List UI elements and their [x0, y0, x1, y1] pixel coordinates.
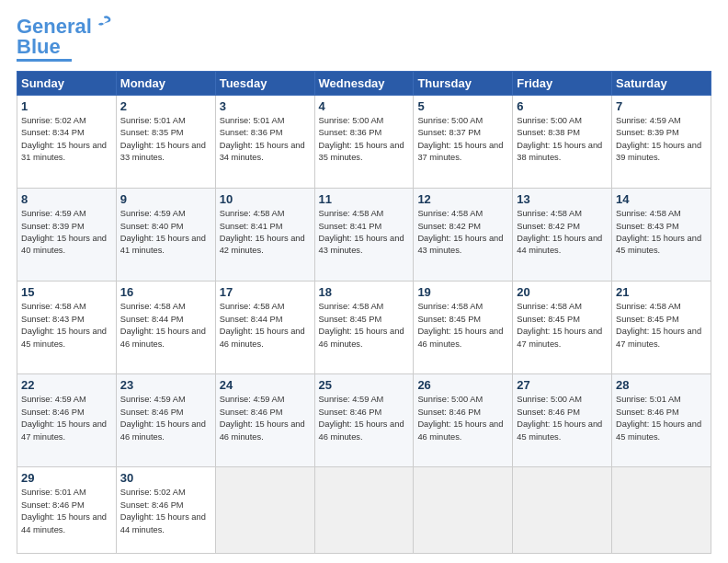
- calendar-cell: 13Sunrise: 4:58 AMSunset: 8:42 PMDayligh…: [513, 189, 612, 282]
- cell-info: Sunrise: 4:58 AMSunset: 8:45 PMDaylight:…: [417, 302, 503, 348]
- cell-info: Sunrise: 5:00 AMSunset: 8:38 PMDaylight:…: [517, 116, 602, 162]
- calendar-cell: 14Sunrise: 4:58 AMSunset: 8:43 PMDayligh…: [612, 189, 711, 282]
- day-number: 4: [319, 99, 410, 113]
- day-header-monday: Monday: [116, 72, 215, 96]
- cell-info: Sunrise: 4:58 AMSunset: 8:45 PMDaylight:…: [616, 302, 701, 348]
- calendar-cell: 6Sunrise: 5:00 AMSunset: 8:38 PMDaylight…: [513, 96, 612, 189]
- day-header-sunday: Sunday: [17, 72, 117, 96]
- cell-info: Sunrise: 4:58 AMSunset: 8:45 PMDaylight:…: [517, 302, 602, 348]
- calendar-cell: 3Sunrise: 5:01 AMSunset: 8:36 PMDaylight…: [215, 96, 314, 189]
- day-number: 1: [21, 99, 112, 113]
- day-number: 26: [417, 378, 508, 392]
- day-header-wednesday: Wednesday: [314, 72, 414, 96]
- calendar-cell: 5Sunrise: 5:00 AMSunset: 8:37 PMDaylight…: [414, 96, 513, 189]
- cell-info: Sunrise: 5:00 AMSunset: 8:46 PMDaylight:…: [417, 395, 503, 441]
- cell-info: Sunrise: 4:59 AMSunset: 8:39 PMDaylight:…: [616, 116, 701, 162]
- cell-info: Sunrise: 4:58 AMSunset: 8:42 PMDaylight:…: [417, 209, 503, 255]
- calendar-cell: 11Sunrise: 4:58 AMSunset: 8:41 PMDayligh…: [314, 189, 414, 282]
- calendar-header-row: SundayMondayTuesdayWednesdayThursdayFrid…: [17, 72, 711, 96]
- logo: General Blue: [17, 17, 114, 62]
- calendar-cell: 30Sunrise: 5:02 AMSunset: 8:46 PMDayligh…: [116, 467, 215, 554]
- day-number: 7: [616, 99, 707, 113]
- cell-info: Sunrise: 5:00 AMSunset: 8:37 PMDaylight:…: [417, 116, 503, 162]
- cell-info: Sunrise: 5:02 AMSunset: 8:34 PMDaylight:…: [21, 116, 107, 162]
- cell-info: Sunrise: 4:58 AMSunset: 8:44 PMDaylight:…: [120, 302, 206, 348]
- calendar-cell: 22Sunrise: 4:59 AMSunset: 8:46 PMDayligh…: [17, 374, 117, 467]
- day-number: 22: [21, 378, 112, 392]
- day-number: 20: [517, 285, 608, 299]
- calendar-cell: 26Sunrise: 5:00 AMSunset: 8:46 PMDayligh…: [414, 374, 513, 467]
- day-number: 2: [120, 99, 211, 113]
- calendar-cell: 8Sunrise: 4:59 AMSunset: 8:39 PMDaylight…: [17, 189, 117, 282]
- calendar-cell: 24Sunrise: 4:59 AMSunset: 8:46 PMDayligh…: [215, 374, 314, 467]
- day-number: 17: [220, 285, 311, 299]
- day-number: 6: [517, 99, 608, 113]
- logo-bird-icon: [94, 14, 114, 34]
- calendar-cell: 10Sunrise: 4:58 AMSunset: 8:41 PMDayligh…: [215, 189, 314, 282]
- day-header-tuesday: Tuesday: [215, 72, 314, 96]
- calendar-cell: [215, 467, 314, 554]
- cell-info: Sunrise: 4:59 AMSunset: 8:46 PMDaylight:…: [220, 395, 305, 441]
- day-header-friday: Friday: [513, 72, 612, 96]
- calendar-cell: 19Sunrise: 4:58 AMSunset: 8:45 PMDayligh…: [414, 282, 513, 374]
- day-number: 11: [319, 192, 410, 206]
- day-number: 8: [21, 192, 112, 206]
- calendar-cell: 4Sunrise: 5:00 AMSunset: 8:36 PMDaylight…: [314, 96, 414, 189]
- calendar-cell: 29Sunrise: 5:01 AMSunset: 8:46 PMDayligh…: [17, 467, 117, 554]
- day-number: 5: [417, 99, 508, 113]
- cell-info: Sunrise: 5:01 AMSunset: 8:36 PMDaylight:…: [220, 116, 305, 162]
- calendar-cell: 23Sunrise: 4:59 AMSunset: 8:46 PMDayligh…: [116, 374, 215, 467]
- day-number: 12: [417, 192, 508, 206]
- calendar-cell: 18Sunrise: 4:58 AMSunset: 8:45 PMDayligh…: [314, 282, 414, 374]
- day-header-thursday: Thursday: [414, 72, 513, 96]
- cell-info: Sunrise: 4:59 AMSunset: 8:46 PMDaylight:…: [319, 395, 404, 441]
- day-number: 21: [616, 285, 707, 299]
- day-number: 24: [220, 378, 311, 392]
- cell-info: Sunrise: 5:00 AMSunset: 8:46 PMDaylight:…: [517, 395, 602, 441]
- cell-info: Sunrise: 5:00 AMSunset: 8:36 PMDaylight:…: [319, 116, 404, 162]
- cell-info: Sunrise: 4:58 AMSunset: 8:45 PMDaylight:…: [319, 302, 404, 348]
- day-number: 25: [319, 378, 410, 392]
- calendar-cell: [513, 467, 612, 554]
- calendar-cell: [612, 467, 711, 554]
- calendar-cell: 17Sunrise: 4:58 AMSunset: 8:44 PMDayligh…: [215, 282, 314, 374]
- cell-info: Sunrise: 4:58 AMSunset: 8:41 PMDaylight:…: [319, 209, 404, 255]
- day-header-saturday: Saturday: [612, 72, 711, 96]
- calendar-cell: 12Sunrise: 4:58 AMSunset: 8:42 PMDayligh…: [414, 189, 513, 282]
- cell-info: Sunrise: 5:01 AMSunset: 8:46 PMDaylight:…: [21, 488, 107, 534]
- day-number: 18: [319, 285, 410, 299]
- calendar-cell: 25Sunrise: 4:59 AMSunset: 8:46 PMDayligh…: [314, 374, 414, 467]
- cell-info: Sunrise: 4:58 AMSunset: 8:42 PMDaylight:…: [517, 209, 602, 255]
- calendar-cell: [314, 467, 414, 554]
- day-number: 13: [517, 192, 608, 206]
- day-number: 19: [417, 285, 508, 299]
- day-number: 10: [220, 192, 311, 206]
- cell-info: Sunrise: 5:02 AMSunset: 8:46 PMDaylight:…: [120, 488, 206, 534]
- cell-info: Sunrise: 4:58 AMSunset: 8:43 PMDaylight:…: [21, 302, 107, 348]
- calendar-cell: 15Sunrise: 4:58 AMSunset: 8:43 PMDayligh…: [17, 282, 117, 374]
- cell-info: Sunrise: 4:59 AMSunset: 8:46 PMDaylight:…: [120, 395, 206, 441]
- day-number: 23: [120, 378, 211, 392]
- calendar-table: SundayMondayTuesdayWednesdayThursdayFrid…: [17, 71, 711, 554]
- day-number: 14: [616, 192, 707, 206]
- calendar-cell: 2Sunrise: 5:01 AMSunset: 8:35 PMDaylight…: [116, 96, 215, 189]
- calendar-cell: 1Sunrise: 5:02 AMSunset: 8:34 PMDaylight…: [17, 96, 117, 189]
- day-number: 27: [517, 378, 608, 392]
- cell-info: Sunrise: 4:58 AMSunset: 8:41 PMDaylight:…: [220, 209, 305, 255]
- calendar-cell: 21Sunrise: 4:58 AMSunset: 8:45 PMDayligh…: [612, 282, 711, 374]
- page: General Blue SundayMondayTuesdayWednesda…: [0, 0, 728, 563]
- calendar-cell: 9Sunrise: 4:59 AMSunset: 8:40 PMDaylight…: [116, 189, 215, 282]
- cell-info: Sunrise: 5:01 AMSunset: 8:35 PMDaylight:…: [120, 116, 206, 162]
- logo-underline: [17, 59, 72, 62]
- calendar-cell: 27Sunrise: 5:00 AMSunset: 8:46 PMDayligh…: [513, 374, 612, 467]
- cell-info: Sunrise: 5:01 AMSunset: 8:46 PMDaylight:…: [616, 395, 701, 441]
- cell-info: Sunrise: 4:58 AMSunset: 8:43 PMDaylight:…: [616, 209, 701, 255]
- day-number: 29: [21, 471, 112, 485]
- logo-text: General: [17, 17, 92, 37]
- calendar-cell: 20Sunrise: 4:58 AMSunset: 8:45 PMDayligh…: [513, 282, 612, 374]
- day-number: 9: [120, 192, 211, 206]
- calendar-cell: 28Sunrise: 5:01 AMSunset: 8:46 PMDayligh…: [612, 374, 711, 467]
- day-number: 3: [220, 99, 311, 113]
- day-number: 30: [120, 471, 211, 485]
- header: General Blue: [17, 17, 711, 62]
